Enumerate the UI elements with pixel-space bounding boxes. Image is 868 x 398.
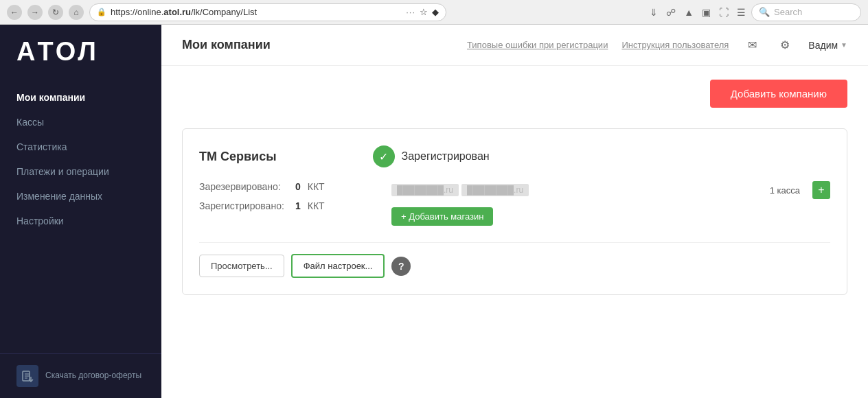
shop-domain-part1: ████████.ru — [391, 184, 459, 196]
menu-icon[interactable]: ☰ — [737, 7, 746, 18]
reserved-row: Зарезервировано: 0 ККТ — [199, 181, 364, 192]
sidebar-item-settings[interactable]: Настройки — [0, 209, 161, 233]
reserved-value: 0 — [295, 181, 301, 192]
pocket-icon[interactable]: ◆ — [432, 7, 439, 17]
registered-label: Зарегистрировано: — [199, 200, 288, 211]
forward-button[interactable]: → — [27, 5, 43, 20]
download-contract-icon — [16, 365, 38, 387]
reserved-label: Зарезервировано: — [199, 181, 288, 192]
company-card: ТМ Сервисы ✓ Зарегистрирован Зарезервиро… — [182, 128, 847, 295]
registered-unit: ККТ — [308, 200, 325, 211]
reload-button[interactable]: ↻ — [48, 5, 63, 20]
sidebar-item-my-companies[interactable]: Мои компании — [0, 85, 161, 110]
content-body: Добавить компанию ТМ Сервисы ✓ Зарегистр… — [161, 66, 868, 309]
company-header: ТМ Сервисы ✓ Зарегистрирован — [199, 145, 830, 167]
registered-row: Зарегистрировано: 1 ККТ — [199, 200, 364, 211]
sidebar-item-change-data[interactable]: Изменение данных — [0, 184, 161, 209]
company-name: ТМ Сервисы — [199, 150, 277, 164]
more-dots: ··· — [406, 7, 415, 17]
sidebar-footer-label: Скачать договор-оферты — [45, 371, 141, 382]
sidebar-logo: А Т О Л — [0, 25, 161, 78]
add-company-button[interactable]: Добавить компанию — [710, 80, 847, 108]
registered-value: 1 — [295, 200, 301, 211]
lock-icon: 🔒 — [97, 8, 106, 16]
kassa-count: 1 касса — [770, 185, 800, 196]
browser-icons: ⇓ ☍ ▲ ▣ ⛶ ☰ — [650, 7, 746, 18]
sidebar-nav: Мои компании Кассы Статистика Платежи и … — [0, 78, 161, 353]
company-body: Зарезервировано: 0 ККТ Зарегистрировано:… — [199, 181, 830, 226]
shop-domain: ████████.ru ████████.ru — [391, 184, 529, 196]
company-stats: Зарезервировано: 0 ККТ Зарегистрировано:… — [199, 181, 364, 226]
user-menu[interactable]: Вадим ▼ — [808, 40, 847, 51]
main-content: Мои компании Типовые ошибки при регистра… — [161, 25, 868, 398]
topbar: Мои компании Типовые ошибки при регистра… — [161, 25, 868, 66]
topbar-links: Типовые ошибки при регистрации Инструкци… — [467, 36, 847, 55]
sidebar-item-statistics[interactable]: Статистика — [0, 134, 161, 159]
logo-letter-a: А — [16, 38, 37, 65]
typical-errors-link[interactable]: Типовые ошибки при регистрации — [467, 40, 608, 50]
logo-letter-t: Т — [37, 38, 55, 65]
mail-icon[interactable]: ✉ — [742, 36, 762, 55]
sidebar: А Т О Л Мои компании Кассы Статистика Пл… — [0, 25, 161, 398]
shop-row: ████████.ru ████████.ru 1 касса + — [391, 181, 830, 199]
download-icon[interactable]: ⇓ — [650, 7, 658, 18]
bookmark-icon[interactable]: ☆ — [420, 7, 428, 17]
view-button[interactable]: Просмотреть... — [199, 255, 284, 277]
window-icon[interactable]: ▣ — [702, 7, 711, 18]
sidebar-item-payments[interactable]: Платежи и операции — [0, 159, 161, 184]
search-icon: 🔍 — [759, 7, 770, 17]
sidebar-item-kassas[interactable]: Кассы — [0, 110, 161, 134]
screenshot-icon[interactable]: ⛶ — [719, 7, 729, 18]
address-bar[interactable]: 🔒 https://online.atol.ru/lk/Company/List… — [89, 3, 446, 21]
settings-gear-icon[interactable]: ⚙ — [775, 36, 795, 55]
status-badge: ✓ Зарегистрирован — [373, 145, 490, 167]
add-shop-row: + Добавить магазин — [391, 207, 830, 226]
bookmarks-icon[interactable]: ☍ — [666, 7, 676, 18]
company-footer: Просмотреть... Файл настроек... ? — [199, 242, 830, 278]
user-guide-link[interactable]: Инструкция пользователя — [621, 40, 729, 50]
reserved-unit: ККТ — [308, 181, 325, 192]
status-check-icon: ✓ — [373, 145, 395, 167]
app-container: А Т О Л Мои компании Кассы Статистика Пл… — [0, 25, 868, 398]
chevron-down-icon: ▼ — [841, 41, 847, 49]
add-shop-button[interactable]: + Добавить магазин — [391, 207, 493, 226]
add-company-row: Добавить компанию — [182, 80, 847, 121]
logo-letter-l: Л — [78, 38, 98, 65]
browser-chrome: ← → ↻ ⌂ 🔒 https://online.atol.ru/lk/Comp… — [0, 0, 868, 25]
bell-icon[interactable]: ▲ — [684, 7, 694, 18]
home-button[interactable]: ⌂ — [69, 5, 84, 20]
search-box[interactable]: 🔍 Search — [751, 3, 861, 21]
url-text: https://online.atol.ru/lk/Company/List — [111, 7, 402, 17]
username: Вадим — [808, 40, 838, 51]
search-placeholder: Search — [774, 7, 802, 17]
logo-letter-o: О — [56, 38, 78, 65]
sidebar-footer[interactable]: Скачать договор-оферты — [0, 353, 161, 398]
shop-domain-part2: ████████.ru — [461, 184, 529, 196]
help-button[interactable]: ? — [391, 257, 411, 276]
company-shops: ████████.ru ████████.ru 1 касса + + Доба… — [391, 181, 830, 226]
back-button[interactable]: ← — [7, 5, 22, 20]
add-kassa-button[interactable]: + — [812, 181, 830, 199]
settings-file-button[interactable]: Файл настроек... — [291, 254, 385, 278]
page-title: Мои компании — [182, 38, 271, 52]
status-text: Зарегистрирован — [402, 150, 490, 163]
